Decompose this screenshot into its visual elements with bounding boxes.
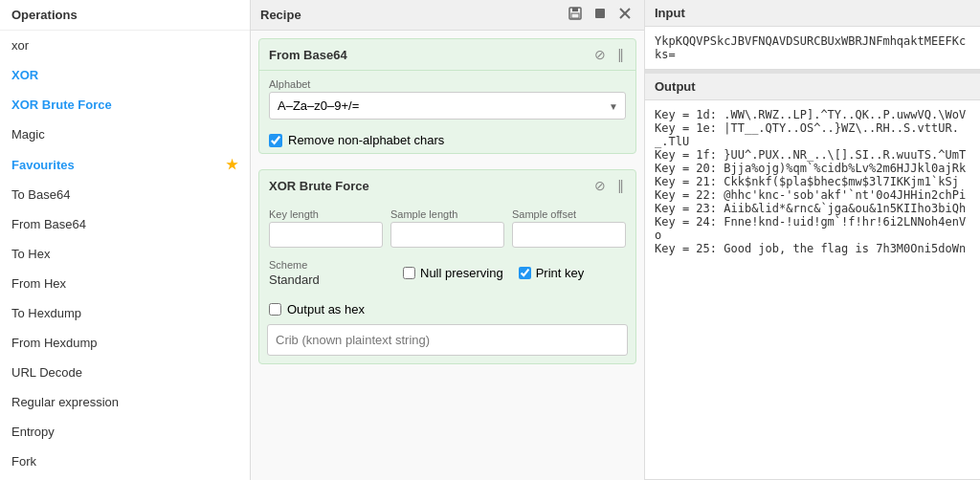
sidebar-title: Operations — [0, 0, 250, 31]
sidebar-item-label: XOR — [11, 68, 38, 82]
sidebar-item-label: From Base64 — [11, 217, 86, 231]
output-content: Key = 1d: .WW\.RWZ..LP].^TY..QK..P.uwwVQ… — [645, 100, 980, 479]
options-row: Null preserving Print key — [403, 266, 584, 280]
crib-input[interactable] — [267, 324, 628, 356]
scheme-label: Scheme — [269, 259, 384, 271]
alphabet-select-wrapper: A–Za–z0–9+/= — [269, 92, 626, 120]
sidebar-item-url-decode[interactable]: URL Decode — [0, 358, 250, 387]
sidebar-item-label: From Hex — [11, 276, 66, 291]
scheme-row: Scheme Standard Null preserving Print ke… — [259, 255, 635, 295]
sample-offset-input[interactable]: 0 — [512, 222, 626, 248]
print-key-option: Print key — [519, 266, 585, 280]
key-length-input[interactable]: 1 — [269, 222, 383, 248]
sidebar-item-regex[interactable]: Regular expression — [0, 387, 250, 417]
output-line: Key = 1e: |TT__.QTY..OS^..}WZ\..RH..S.vt… — [655, 121, 970, 148]
sidebar-item-from-hexdump[interactable]: From Hexdump — [0, 328, 250, 358]
alphabet-select[interactable]: A–Za–z0–9+/= — [269, 92, 626, 120]
from-base64-header-icons: ⊘ ‖ — [592, 47, 626, 62]
output-line: Key = 20: Bjja%ojg)%qm`%cidb%Lv%2m6HJJkl… — [655, 162, 970, 175]
xor-brute-disable-btn[interactable]: ⊘ — [592, 178, 608, 193]
sidebar-item-magic[interactable]: Magic — [0, 120, 250, 149]
output-as-hex-checkbox[interactable] — [269, 303, 281, 316]
output-line: Key = 1d: .WW\.RWZ..LP].^TY..QK..P.uwwVQ… — [655, 108, 970, 121]
sidebar-item-xor[interactable]: XOR — [0, 60, 250, 90]
xor-brute-pause-btn[interactable]: ‖ — [615, 178, 626, 193]
sidebar-item-fork[interactable]: Fork — [0, 447, 250, 476]
output-line: Key = 25: Good job, the flag is 7h3M0Oni… — [655, 242, 970, 255]
xor-brute-header: XOR Brute Force ⊘ ‖ — [259, 170, 635, 201]
from-base64-disable-btn[interactable]: ⊘ — [592, 47, 608, 62]
input-header: Input — [645, 0, 980, 27]
sample-length-label: Sample length — [390, 208, 504, 220]
recipe-icon-save[interactable] — [566, 6, 585, 24]
recipe-icon-stop[interactable] — [590, 6, 610, 24]
recipe-header-icons — [566, 6, 635, 24]
null-preserving-option: Null preserving — [403, 266, 503, 280]
key-length-field: Key length 1 — [269, 208, 383, 248]
from-base64-body: Alphabet A–Za–z0–9+/= — [259, 70, 635, 127]
sidebar-item-label: Magic — [11, 127, 45, 142]
sample-offset-label: Sample offset — [512, 208, 626, 220]
sidebar-item-from-base64[interactable]: From Base64 — [0, 209, 250, 239]
alphabet-label: Alphabet — [269, 78, 626, 90]
sidebar-item-label: Fork — [11, 454, 36, 469]
output-header: Output — [645, 74, 980, 100]
xor-brute-header-icons: ⊘ ‖ — [592, 178, 626, 193]
sidebar-item-label: From Hexdump — [11, 336, 98, 350]
scheme-field: Scheme Standard — [269, 259, 384, 287]
scheme-value: Standard — [269, 273, 384, 287]
sidebar-item-label: Entropy — [11, 425, 55, 439]
svg-rect-1 — [572, 8, 578, 11]
sidebar-item-label: To Hexdump — [11, 306, 81, 320]
sidebar-item-label: Regular expression — [11, 395, 119, 409]
null-preserving-label: Null preserving — [420, 266, 503, 280]
output-line: Key = 23: Aiib&lid*&rnc&`jga&ou&1n5KIIho… — [655, 202, 970, 215]
svg-rect-3 — [595, 9, 605, 18]
sidebar-item-from-hex[interactable]: From Hex — [0, 269, 250, 298]
xor-brute-title: XOR Brute Force — [269, 179, 369, 193]
from-base64-pause-btn[interactable]: ‖ — [615, 47, 626, 62]
sidebar-item-label: XOR Brute Force — [11, 98, 112, 112]
sample-length-field: Sample length 100 — [390, 208, 504, 248]
print-key-label: Print key — [536, 266, 585, 280]
recipe-header: Recipe — [251, 0, 644, 31]
recipe-panel: Recipe From Base64 ⊘ ‖ Alphabet — [251, 0, 645, 480]
remove-nonalpha-label: Remove non-alphabet chars — [288, 133, 444, 147]
output-line: Key = 1f: }UU^.PUX..NR_..\[].SI..R.wuuTS… — [655, 148, 970, 162]
sample-length-input[interactable]: 100 — [390, 222, 504, 248]
xor-brute-card: XOR Brute Force ⊘ ‖ Key length 1 Sample … — [258, 169, 636, 364]
xor-brute-fields-row: Key length 1 Sample length 100 Sample of… — [259, 201, 635, 255]
sidebar-item-favourites[interactable]: Favourites ★ — [0, 149, 250, 180]
print-key-checkbox[interactable] — [519, 267, 531, 279]
output-as-hex-label: Output as hex — [287, 302, 365, 316]
sidebar-item-label: Favourites — [11, 158, 75, 172]
from-base64-card: From Base64 ⊘ ‖ Alphabet A–Za–z0–9+/= Re… — [258, 38, 636, 154]
sidebar-item-to-hex[interactable]: To Hex — [0, 239, 250, 269]
sample-offset-field: Sample offset 0 — [512, 208, 626, 248]
null-preserving-checkbox[interactable] — [403, 267, 415, 279]
sidebar-item-entropy[interactable]: Entropy — [0, 417, 250, 447]
svg-rect-2 — [571, 13, 579, 18]
sidebar-item-label: URL Decode — [11, 365, 82, 380]
sidebar-item-label: xor — [11, 38, 29, 53]
output-as-hex-row: Output as hex — [259, 295, 635, 324]
from-base64-title: From Base64 — [269, 48, 347, 62]
remove-nonalpha-row: Remove non-alphabet chars — [259, 127, 635, 153]
sidebar-item-label: To Base64 — [11, 187, 70, 202]
recipe-title: Recipe — [260, 8, 301, 22]
output-line: Key = 22: @hhc'knc-'sob'akf'`nt'0o4JHHin… — [655, 188, 970, 202]
sidebar-item-label: To Hex — [11, 247, 50, 261]
sidebar-item-xor-brute[interactable]: XOR Brute Force — [0, 90, 250, 120]
sidebar-item-xor-plain[interactable]: xor — [0, 31, 250, 60]
sidebar-item-to-base64[interactable]: To Base64 — [0, 180, 250, 209]
right-panel: Input YkpKQQVPSkcJBVFNQAVDSURCBUxWBRJNFm… — [645, 0, 980, 480]
output-section: Output Key = 1d: .WW\.RWZ..LP].^TY..QK..… — [645, 74, 980, 480]
from-base64-header: From Base64 ⊘ ‖ — [259, 39, 635, 70]
input-content[interactable]: YkpKQQVPSkcJBVFNQAVDSURCBUxWBRJNFmhqaktM… — [645, 27, 980, 69]
output-line: Key = 24: Fnne!knd-!uid!gm`!f!hr!6i2LNNo… — [655, 215, 970, 242]
sidebar-item-to-hexdump[interactable]: To Hexdump — [0, 298, 250, 328]
star-icon: ★ — [226, 157, 238, 172]
key-length-label: Key length — [269, 208, 383, 220]
recipe-icon-clear[interactable] — [615, 6, 635, 24]
remove-nonalpha-checkbox[interactable] — [269, 134, 282, 147]
